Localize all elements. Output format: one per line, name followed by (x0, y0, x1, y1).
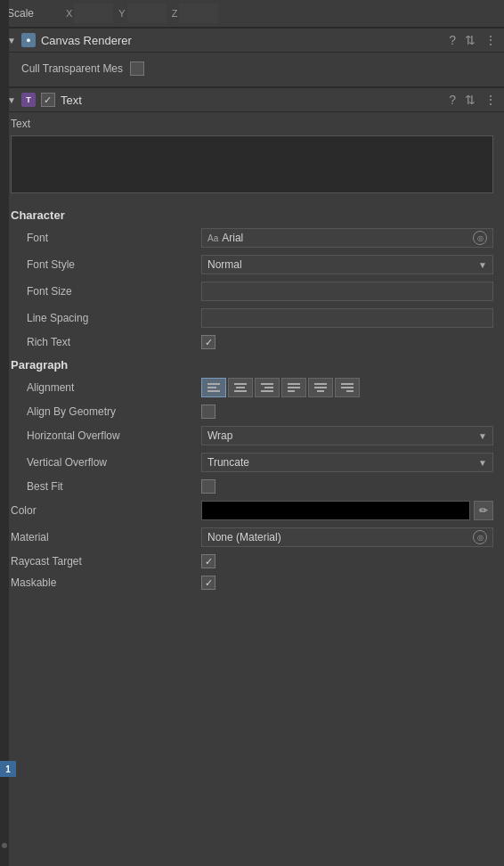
svg-rect-3 (234, 383, 247, 385)
rich-text-label: Rich Text (11, 336, 198, 348)
svg-rect-6 (261, 383, 273, 385)
scale-z-input[interactable]: 1 (179, 4, 218, 23)
svg-rect-1 (207, 387, 216, 388)
scale-x-input[interactable]: 1 (74, 4, 113, 23)
align-justify-left-icon (288, 382, 300, 393)
svg-rect-11 (288, 390, 295, 392)
align-right-btn[interactable] (255, 378, 280, 397)
align-right-icon (261, 382, 273, 393)
material-field[interactable]: None (Material) ◎ (201, 527, 493, 547)
align-justify-center-btn[interactable] (308, 378, 333, 397)
text-field-label: Text (0, 112, 504, 133)
svg-rect-15 (341, 383, 354, 385)
align-justify-center-icon (314, 382, 327, 393)
font-style-label: Font Style (11, 258, 198, 271)
cull-transparent-label: Cull Transparent Mes (21, 62, 123, 75)
font-aa-icon: Aa (207, 233, 218, 243)
font-size-row: Font Size 40 (0, 278, 504, 305)
raycast-target-value (201, 554, 493, 568)
vertical-overflow-arrow: ▼ (478, 458, 487, 468)
raycast-target-label: Raycast Target (11, 555, 198, 568)
horizontal-overflow-value: Wrap ▼ (201, 426, 493, 445)
left-sidebar: 1 (0, 0, 9, 866)
svg-rect-8 (261, 390, 273, 392)
color-row: Color ✏ (0, 497, 504, 524)
font-label: Font (11, 232, 198, 244)
eyedropper-button[interactable]: ✏ (474, 501, 493, 520)
page-badge: 1 (0, 761, 16, 777)
material-target-icon[interactable]: ◎ (473, 530, 487, 544)
svg-rect-14 (317, 390, 324, 392)
font-size-value: 40 (201, 282, 493, 301)
align-by-geometry-value (201, 404, 493, 419)
canvas-settings-icon[interactable]: ⇅ (465, 33, 476, 47)
svg-rect-0 (207, 383, 220, 385)
line-spacing-label: Line Spacing (11, 312, 198, 324)
font-size-input[interactable]: 40 (201, 282, 493, 301)
svg-rect-12 (314, 383, 327, 385)
svg-rect-9 (288, 383, 300, 385)
svg-rect-4 (236, 387, 245, 388)
cull-transparent-checkbox[interactable] (130, 61, 144, 76)
text-input[interactable] (11, 135, 493, 193)
svg-rect-13 (314, 387, 327, 388)
raycast-target-row: Raycast Target (0, 551, 504, 572)
alignment-label: Alignment (11, 381, 198, 394)
horizontal-overflow-arrow: ▼ (478, 431, 487, 441)
text-component-icon: T (21, 93, 36, 107)
best-fit-label: Best Fit (11, 480, 198, 493)
svg-rect-2 (207, 390, 220, 392)
line-spacing-row: Line Spacing 1 (0, 305, 504, 331)
text-more-icon[interactable]: ⋮ (484, 93, 497, 107)
align-center-icon (234, 382, 247, 393)
text-help-icon[interactable]: ? (449, 93, 456, 107)
text-settings-icon[interactable]: ⇅ (465, 93, 476, 107)
align-by-geometry-checkbox[interactable] (201, 404, 215, 419)
canvas-help-icon[interactable]: ? (449, 33, 456, 47)
canvas-renderer-title: Canvas Renderer (41, 34, 443, 47)
horizontal-overflow-dropdown[interactable]: Wrap ▼ (201, 426, 493, 445)
align-left-icon (207, 382, 220, 393)
font-style-dropdown[interactable]: Normal ▼ (201, 255, 493, 274)
material-name: None (Material) (207, 531, 281, 543)
scale-y-input[interactable]: 1 (127, 4, 167, 23)
canvas-more-icon[interactable]: ⋮ (484, 33, 497, 47)
rich-text-row: Rich Text (0, 331, 504, 353)
horizontal-overflow-current: Wrap (207, 429, 232, 442)
vertical-overflow-dropdown[interactable]: Truncate ▼ (201, 453, 493, 472)
svg-rect-17 (346, 390, 354, 392)
best-fit-checkbox[interactable] (201, 479, 215, 494)
svg-rect-16 (341, 387, 354, 388)
z-label: Z (172, 8, 178, 19)
rich-text-checkbox[interactable] (201, 335, 215, 349)
align-center-btn[interactable] (228, 378, 253, 397)
maskable-row: Maskable (0, 572, 504, 593)
font-style-current: Normal (207, 258, 242, 271)
line-spacing-input[interactable]: 1 (201, 308, 493, 328)
vertical-overflow-label: Vertical Overflow (11, 456, 198, 469)
font-field[interactable]: Aa Arial ◎ (201, 228, 493, 248)
align-left-btn[interactable] (201, 378, 226, 397)
alignment-buttons (201, 378, 493, 397)
canvas-renderer-header-icons: ? ⇅ ⋮ (449, 33, 497, 47)
align-justify-right-btn[interactable] (335, 378, 360, 397)
color-swatch[interactable] (201, 501, 470, 520)
vertical-overflow-row: Vertical Overflow Truncate ▼ (0, 449, 504, 476)
line-spacing-value: 1 (201, 308, 493, 328)
font-target-icon[interactable]: ◎ (473, 231, 487, 245)
color-label: Color (11, 504, 198, 517)
maskable-checkbox[interactable] (201, 576, 215, 590)
color-value: ✏ (201, 501, 493, 520)
text-area-wrapper (0, 133, 504, 203)
font-style-arrow: ▼ (478, 260, 487, 270)
raycast-target-checkbox[interactable] (201, 554, 215, 568)
vertical-overflow-current: Truncate (207, 456, 249, 469)
material-value: None (Material) ◎ (201, 527, 493, 547)
paragraph-label: Paragraph (0, 353, 504, 374)
character-label: Character (0, 203, 504, 225)
best-fit-row: Best Fit (0, 476, 504, 497)
scale-label: Scale (7, 7, 61, 20)
cull-transparent-row: Cull Transparent Mes (11, 58, 493, 81)
align-justify-left-btn[interactable] (281, 378, 306, 397)
text-enabled-checkbox[interactable] (41, 93, 55, 107)
